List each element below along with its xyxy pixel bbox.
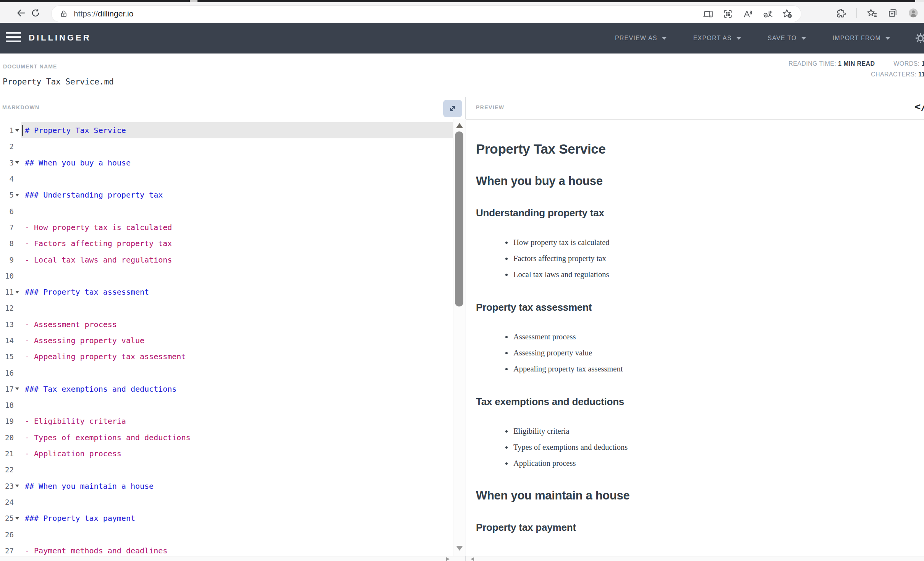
code-text[interactable] (21, 365, 453, 381)
document-name-input[interactable]: Property Tax Service.md (3, 77, 114, 86)
scroll-right-arrow[interactable] (446, 557, 450, 561)
line-gutter: 13 (0, 320, 21, 329)
code-text[interactable] (21, 397, 453, 413)
scroll-up-arrow[interactable] (456, 123, 463, 128)
line-number: 17 (0, 385, 14, 393)
line-number: 23 (0, 482, 14, 490)
address-bar-icons (702, 8, 801, 19)
dillinger-app-screenshot: { "browser": { "url_scheme": "https://",… (0, 0, 924, 561)
fold-arrow-icon[interactable] (14, 485, 21, 487)
line-gutter: 16 (0, 369, 21, 377)
markdown-editor[interactable]: 1# Property Tax Service23## When you buy… (0, 119, 453, 556)
code-text[interactable]: - Assessment process (21, 316, 453, 332)
scroll-down-arrow[interactable] (456, 546, 463, 551)
reload-icon (31, 8, 40, 18)
code-text[interactable] (21, 300, 453, 316)
editor-vertical-scrollbar[interactable] (453, 119, 466, 556)
line-gutter: 17 (0, 385, 21, 393)
url-scheme: https:// (74, 9, 98, 18)
preview-list-item: Types of exemptions and deductions (513, 439, 924, 455)
menu-save-to[interactable]: SAVE TO (754, 35, 819, 42)
back-button[interactable] (15, 7, 28, 19)
preview-bullet-list: Assessment processAssessing property val… (476, 329, 924, 377)
line-number: 18 (0, 401, 14, 409)
gear-icon (914, 32, 924, 45)
menu-import-from[interactable]: IMPORT FROM (819, 35, 903, 42)
code-text[interactable] (21, 268, 453, 284)
preview-heading-h3: Property tax assessment (476, 302, 924, 313)
lock-icon[interactable] (59, 9, 68, 18)
code-text[interactable]: - Types of exemptions and deductions (21, 430, 453, 446)
editor-horizontal-scrollbar[interactable] (0, 556, 465, 561)
reload-button[interactable] (29, 7, 42, 19)
code-text[interactable]: - Payment methods and deadlines (21, 543, 453, 556)
code-text[interactable]: - How property tax is calculated (21, 219, 453, 235)
preview-horizontal-scrollbar[interactable] (466, 556, 924, 561)
line-gutter: 2 (0, 142, 21, 151)
menu-preview-as[interactable]: PREVIEW AS (602, 35, 680, 42)
fold-arrow-icon[interactable] (14, 517, 21, 520)
menu-export-as[interactable]: EXPORT AS (680, 35, 754, 42)
scroll-left-arrow[interactable] (471, 557, 474, 561)
extensions-icon[interactable] (836, 8, 846, 18)
devices-icon[interactable] (702, 8, 713, 19)
code-text[interactable]: ### Property tax payment (21, 510, 453, 526)
code-text[interactable]: ### Property tax assessment (21, 284, 453, 300)
read-aloud-icon[interactable] (742, 8, 753, 19)
preview-pane[interactable]: Property Tax ServiceWhen you buy a house… (466, 119, 924, 556)
profile-avatar[interactable] (908, 8, 919, 18)
code-text[interactable]: - Factors affecting property tax (21, 235, 453, 251)
line-gutter: 1 (0, 126, 21, 135)
code-text[interactable]: ## When you buy a house (21, 155, 453, 171)
fold-arrow-icon[interactable] (14, 388, 21, 390)
code-text[interactable] (21, 138, 453, 154)
editor-line: 13- Assessment process (0, 316, 453, 332)
screenshot-icon[interactable] (722, 8, 733, 19)
code-text[interactable]: ### Understanding property tax (21, 187, 453, 203)
code-text[interactable]: - Appealing property tax assessment (21, 349, 453, 365)
expand-editor-button[interactable] (443, 100, 462, 117)
fold-arrow-icon[interactable] (14, 129, 21, 132)
line-number: 27 (0, 546, 14, 555)
code-text[interactable]: - Assessing property value (21, 332, 453, 349)
fold-arrow-icon[interactable] (14, 161, 21, 164)
address-bar[interactable]: https://dillinger.io (52, 6, 801, 22)
scrollbar-thumb[interactable] (455, 131, 463, 306)
code-text[interactable]: ## When you maintain a house (21, 478, 453, 494)
fold-arrow-icon[interactable] (14, 291, 21, 293)
line-gutter: 7 (0, 223, 21, 232)
code-text[interactable] (21, 494, 453, 510)
editor-line: 18 (0, 397, 453, 413)
markdown-pane-label: MARKDOWN (2, 104, 40, 110)
code-text[interactable] (21, 171, 453, 187)
editor-line: 15- Appealing property tax assessment (0, 349, 453, 365)
settings-button[interactable] (903, 32, 924, 45)
document-bar: DOCUMENT NAME Property Tax Service.md RE… (0, 54, 924, 97)
expand-icon (448, 104, 458, 113)
code-text[interactable] (21, 462, 453, 478)
preview-heading-h3: Understanding property tax (476, 207, 924, 219)
code-text[interactable] (21, 526, 453, 542)
line-number: 24 (0, 498, 14, 506)
hamburger-menu-button[interactable] (6, 32, 21, 44)
editor-line: 22 (0, 462, 453, 478)
line-gutter: 12 (0, 304, 21, 312)
code-text[interactable]: - Eligibility criteria (21, 413, 453, 429)
line-number: 22 (0, 465, 14, 474)
code-text[interactable]: - Local tax laws and regulations (21, 251, 453, 268)
code-text[interactable]: # Property Tax Service (21, 122, 453, 138)
source-code-toggle[interactable]: </> (914, 101, 924, 112)
favorites-icon[interactable] (867, 8, 877, 18)
collections-icon[interactable] (887, 8, 898, 18)
code-text[interactable] (21, 203, 453, 219)
translate-icon[interactable] (762, 8, 773, 19)
line-number: 12 (0, 304, 14, 312)
fold-arrow-icon[interactable] (14, 194, 21, 196)
add-favorite-icon[interactable] (782, 8, 793, 19)
chevron-down-icon (736, 37, 741, 40)
editor-line: 4 (0, 171, 453, 187)
code-text[interactable]: - Application process (21, 446, 453, 462)
code-text[interactable]: ### Tax exemptions and deductions (21, 381, 453, 397)
line-number: 10 (0, 272, 14, 280)
url-text[interactable]: https://dillinger.io (74, 9, 133, 18)
